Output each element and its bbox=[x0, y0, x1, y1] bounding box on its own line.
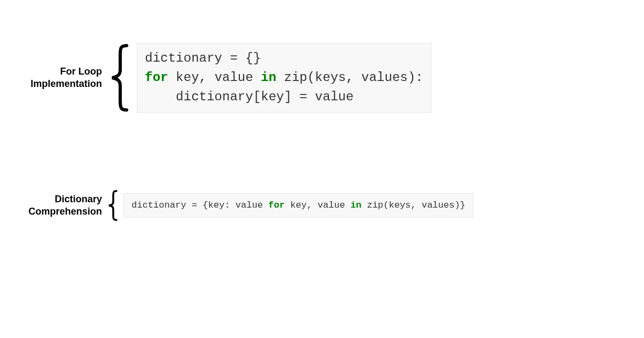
code-text: zip(keys, values)} bbox=[361, 200, 465, 210]
curly-brace-icon bbox=[104, 40, 134, 115]
dict-comprehension-code-block: dictionary = {key: value for key, value … bbox=[123, 193, 473, 218]
code-text: key, value bbox=[285, 200, 350, 210]
keyword-in: in bbox=[350, 200, 361, 210]
label-line: Comprehension bbox=[28, 206, 102, 217]
code-text: dictionary[key] = value bbox=[145, 90, 354, 104]
keyword-for: for bbox=[145, 70, 168, 85]
label-line: Dictionary bbox=[55, 194, 102, 204]
dict-comprehension-section: Dictionary Comprehension dictionary = {k… bbox=[16, 187, 473, 224]
dict-comprehension-label: Dictionary Comprehension bbox=[16, 193, 102, 218]
for-loop-section: For Loop Implementation dictionary = {} … bbox=[16, 40, 431, 115]
keyword-for: for bbox=[268, 200, 285, 210]
label-line: Implementation bbox=[31, 78, 102, 89]
curly-brace-icon bbox=[104, 187, 120, 224]
for-loop-label: For Loop Implementation bbox=[16, 65, 102, 91]
code-text: key, value bbox=[168, 70, 261, 85]
code-text: dictionary = {key: value bbox=[131, 200, 268, 210]
for-loop-code-block: dictionary = {} for key, value in zip(ke… bbox=[137, 43, 431, 113]
code-text: zip(keys, values): bbox=[276, 70, 423, 85]
label-line: For Loop bbox=[60, 66, 102, 77]
keyword-in: in bbox=[261, 70, 276, 85]
code-text: dictionary = {} bbox=[145, 51, 261, 65]
